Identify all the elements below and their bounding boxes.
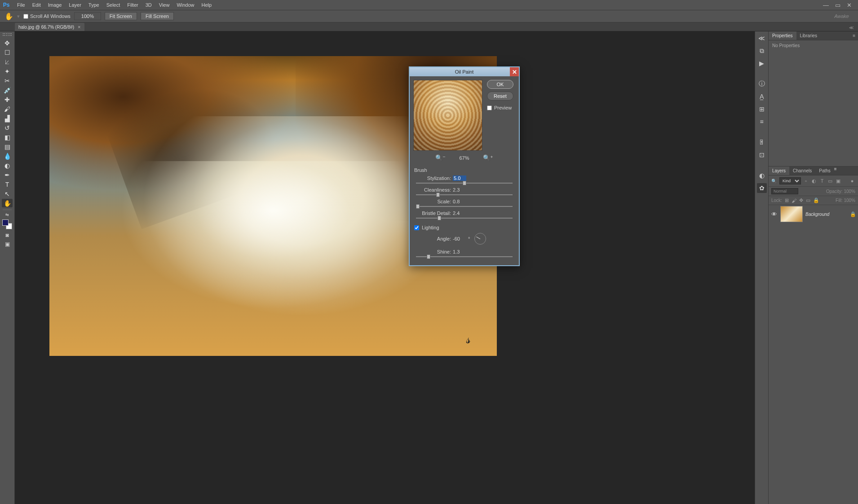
layers-panel-menu-icon[interactable]: ≡ (834, 167, 837, 175)
slider-handle-icon[interactable] (463, 181, 466, 185)
shine-slider[interactable] (416, 256, 513, 257)
lighting-checkbox[interactable] (414, 225, 419, 230)
workspace-hint[interactable]: Awake (834, 13, 854, 19)
angle-value[interactable]: -60 (453, 236, 466, 241)
lock-pixels-icon[interactable]: ⊞ (785, 197, 789, 203)
zoom-out-icon[interactable]: 🔍⁻ (435, 154, 446, 161)
dialog-close-icon[interactable]: ✕ (510, 67, 519, 76)
fill-value[interactable]: 100% (844, 198, 855, 203)
swap-colors-icon[interactable]: ⇆ (5, 212, 9, 217)
lock-position-icon[interactable]: ✥ (799, 197, 803, 203)
layer-thumbnail[interactable] (780, 206, 803, 222)
document-tab[interactable]: halo.jpg @ 66.7% (RGB/8#) × (15, 23, 84, 31)
menu-filter[interactable]: Filter (124, 1, 142, 9)
magic-wand-tool-icon[interactable]: ✦ (2, 67, 13, 75)
eraser-tool-icon[interactable]: ◧ (2, 133, 13, 141)
tab-paths[interactable]: Paths (815, 167, 834, 175)
blur-tool-icon[interactable]: 💧 (2, 152, 13, 160)
canvas-area[interactable]: 𝓈 (15, 31, 755, 504)
actions-panel-icon[interactable]: ▶ (757, 58, 767, 68)
history-panel-icon[interactable]: ⧉ (757, 46, 767, 56)
filter-smart-icon[interactable]: ▣ (835, 178, 841, 184)
layer-kind-select[interactable]: Kind (779, 177, 801, 184)
slider-handle-icon[interactable] (436, 193, 440, 197)
menu-select[interactable]: Select (103, 1, 124, 9)
dodge-tool-icon[interactable]: ◐ (2, 161, 13, 170)
menu-image[interactable]: Image (44, 1, 66, 9)
reset-button[interactable]: Reset (487, 92, 513, 101)
scroll-all-checkbox[interactable] (23, 14, 28, 19)
dialog-zoom-value[interactable]: 67% (459, 155, 469, 161)
hand-tool-icon[interactable]: ✋ (2, 199, 13, 207)
color-swatch[interactable] (2, 219, 12, 229)
slider-handle-icon[interactable] (416, 204, 420, 209)
layer-search-icon[interactable]: 🔍 (771, 179, 778, 184)
filter-type-icon[interactable]: T (819, 178, 825, 184)
maximize-icon[interactable]: ▭ (835, 2, 840, 9)
tab-channels[interactable]: Channels (789, 167, 815, 175)
filter-toggle-icon[interactable]: ● (849, 178, 855, 184)
menu-file[interactable]: File (13, 1, 29, 9)
opacity-value[interactable]: 100% (844, 189, 855, 194)
oil-paint-dialog[interactable]: Oil Paint ✕ OK Reset Preview 🔍⁻ 67% 🔍⁺ B… (409, 66, 520, 266)
dialog-preview[interactable] (413, 80, 482, 151)
angle-dial[interactable] (474, 233, 486, 245)
cleanliness-value[interactable]: 2.3 (453, 187, 466, 193)
menu-window[interactable]: Window (173, 1, 198, 9)
minimize-icon[interactable]: — (823, 2, 829, 9)
tab-libraries[interactable]: Libraries (796, 31, 821, 40)
fill-screen-button[interactable]: Fill Screen (141, 12, 174, 20)
layer-name-label[interactable]: Background (805, 212, 847, 217)
move-tool-icon[interactable]: ✥ (2, 39, 13, 47)
healing-tool-icon[interactable]: ✚ (2, 95, 13, 104)
filter-shape-icon[interactable]: ▭ (827, 178, 833, 184)
marquee-tool-icon[interactable]: ☐ (2, 48, 13, 57)
stylization-slider[interactable] (416, 183, 513, 184)
menu-edit[interactable]: Edit (29, 1, 44, 9)
preview-checkbox[interactable] (487, 105, 492, 110)
brush-tool-icon[interactable]: 🖌 (2, 105, 13, 113)
preview-checkbox-row[interactable]: Preview (487, 105, 513, 110)
info-panel-icon[interactable]: ⓘ (757, 79, 767, 89)
paragraph-panel-icon[interactable]: ⊞ (757, 104, 767, 114)
lock-artboard-icon[interactable]: ▭ (806, 197, 810, 203)
adjustments-panel-icon[interactable]: 🎚 (757, 137, 767, 147)
fit-screen-button[interactable]: Fit Screen (105, 12, 137, 20)
lock-brush-icon[interactable]: 🖌 (792, 198, 796, 203)
pen-tool-icon[interactable]: ✒ (2, 171, 13, 179)
screenmode-icon[interactable]: ▣ (3, 241, 12, 247)
blend-mode-select[interactable]: Normal (771, 188, 798, 194)
zoom-in-icon[interactable]: 🔍⁺ (483, 154, 493, 161)
swatches-panel-icon[interactable]: ◐ (757, 171, 767, 180)
cleanliness-slider[interactable] (416, 194, 513, 195)
filter-adjust-icon[interactable]: ◐ (811, 178, 817, 184)
crop-tool-icon[interactable]: ✂ (2, 76, 13, 85)
menu-view[interactable]: View (155, 1, 173, 9)
stamp-tool-icon[interactable]: ▟ (2, 114, 13, 123)
close-icon[interactable]: ✕ (847, 2, 852, 9)
expand-panels-icon[interactable]: ≪ (757, 33, 767, 43)
bristle-detail-value[interactable]: 2.4 (453, 210, 466, 216)
tab-layers[interactable]: Layers (769, 167, 789, 175)
menu-type[interactable]: Type (85, 1, 103, 9)
document-tab-close-icon[interactable]: × (78, 24, 80, 30)
layer-lock-icon[interactable]: 🔒 (850, 211, 856, 217)
character-panel-icon[interactable]: A̲ (757, 92, 767, 101)
menu-3d[interactable]: 3D (142, 1, 155, 9)
filter-panel-icon[interactable]: ✿ (757, 183, 767, 193)
slider-handle-icon[interactable] (438, 216, 441, 220)
hand-tool-icon[interactable]: ✋ (4, 12, 13, 21)
history-brush-tool-icon[interactable]: ↺ (2, 123, 13, 132)
menu-help[interactable]: Help (198, 1, 216, 9)
lasso-tool-icon[interactable]: ⟀ (2, 57, 13, 66)
scroll-all-windows-checkbox[interactable]: Scroll All Windows (23, 13, 71, 19)
filter-pixel-icon[interactable]: ▫ (803, 178, 809, 184)
panel-menu-icon[interactable]: ≡ (850, 31, 858, 40)
foreground-color-swatch[interactable] (2, 219, 9, 226)
eyedropper-tool-icon[interactable]: 💉 (2, 86, 13, 94)
panel-grip-icon[interactable] (3, 33, 12, 36)
slider-handle-icon[interactable] (427, 254, 430, 259)
zoom-input[interactable] (74, 12, 101, 20)
tab-properties[interactable]: Properties (769, 31, 796, 40)
dialog-titlebar[interactable]: Oil Paint ✕ (410, 67, 519, 76)
